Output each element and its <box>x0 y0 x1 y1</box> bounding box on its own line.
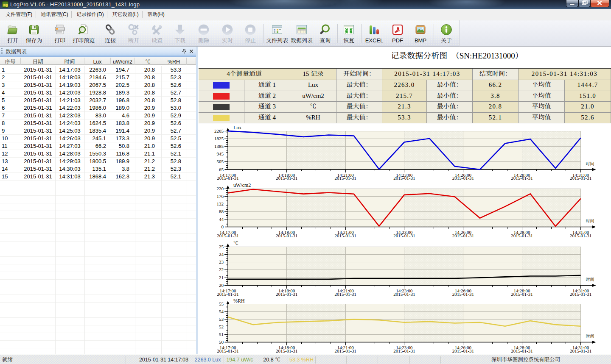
svg-text:2015-01-31: 2015-01-31 <box>570 292 591 297</box>
svg-text:2015-01-31: 2015-01-31 <box>335 348 356 353</box>
svg-text:℃: ℃ <box>233 239 238 246</box>
svg-text:88: 88 <box>219 209 224 214</box>
svg-text:54: 54 <box>219 309 224 314</box>
svg-text:2015-01-31: 2015-01-31 <box>393 233 415 238</box>
svg-text:2015-01-31: 2015-01-31 <box>276 292 297 297</box>
svg-text:2015-01-31: 2015-01-31 <box>452 175 474 181</box>
svg-text:2015-01-31: 2015-01-31 <box>217 292 238 297</box>
svg-text:2015-01-31: 2015-01-31 <box>335 175 356 181</box>
svg-text:2015-01-31: 2015-01-31 <box>276 233 297 238</box>
svg-text:132: 132 <box>217 201 224 206</box>
svg-text:2015-01-31: 2015-01-31 <box>511 292 533 297</box>
svg-text:220: 220 <box>217 186 224 191</box>
svg-text:2015-01-31: 2015-01-31 <box>570 233 591 238</box>
svg-text:50: 50 <box>219 339 224 345</box>
svg-text:2015-01-31: 2015-01-31 <box>570 175 591 181</box>
svg-text:2015-01-31: 2015-01-31 <box>393 292 415 297</box>
svg-text:2015-01-31: 2015-01-31 <box>393 175 415 181</box>
svg-text:65: 65 <box>219 167 224 172</box>
svg-text:2015-01-31: 2015-01-31 <box>511 348 533 353</box>
svg-text:2015-01-31: 2015-01-31 <box>570 348 591 353</box>
svg-text:25: 25 <box>219 244 224 249</box>
svg-text:2015-01-31: 2015-01-31 <box>217 175 238 181</box>
svg-text:2265: 2265 <box>214 128 224 133</box>
svg-text:2015-01-31: 2015-01-31 <box>511 233 533 238</box>
svg-text:时间: 时间 <box>586 333 594 339</box>
svg-text:24: 24 <box>219 252 224 257</box>
svg-text:%RH: %RH <box>233 297 245 304</box>
svg-text:55: 55 <box>219 301 224 306</box>
svg-text:2015-01-31: 2015-01-31 <box>217 233 238 238</box>
svg-text:2015-01-31: 2015-01-31 <box>393 348 415 353</box>
svg-text:时间: 时间 <box>586 160 594 167</box>
svg-text:52: 52 <box>219 324 224 329</box>
svg-text:2015-01-31: 2015-01-31 <box>452 292 474 297</box>
svg-text:2015-01-31: 2015-01-31 <box>276 175 297 181</box>
svg-text:2015-01-31: 2015-01-31 <box>217 348 238 353</box>
svg-text:1825: 1825 <box>214 136 224 141</box>
svg-text:2015-01-31: 2015-01-31 <box>276 348 297 353</box>
svg-text:20: 20 <box>219 283 224 288</box>
svg-text:21: 21 <box>219 275 224 280</box>
svg-text:44: 44 <box>219 217 224 222</box>
svg-text:时间: 时间 <box>586 217 594 224</box>
svg-text:1385: 1385 <box>214 144 224 149</box>
svg-text:2015-01-31: 2015-01-31 <box>335 233 356 238</box>
svg-text:51: 51 <box>219 332 224 337</box>
svg-text:505: 505 <box>217 159 224 164</box>
svg-text:uW/cm2: uW/cm2 <box>233 181 251 188</box>
svg-text:53: 53 <box>219 317 224 322</box>
svg-text:2015-01-31: 2015-01-31 <box>452 348 474 353</box>
svg-text:0: 0 <box>221 224 224 229</box>
svg-text:22: 22 <box>219 267 224 272</box>
svg-text:945: 945 <box>217 151 224 156</box>
svg-text:2015-01-31: 2015-01-31 <box>452 233 474 238</box>
svg-text:时间: 时间 <box>586 276 594 282</box>
svg-text:2015-01-31: 2015-01-31 <box>511 175 533 181</box>
svg-text:Lux: Lux <box>233 123 241 131</box>
svg-text:2015-01-31: 2015-01-31 <box>335 292 356 297</box>
svg-text:23: 23 <box>219 259 224 264</box>
svg-text:176: 176 <box>217 194 224 199</box>
